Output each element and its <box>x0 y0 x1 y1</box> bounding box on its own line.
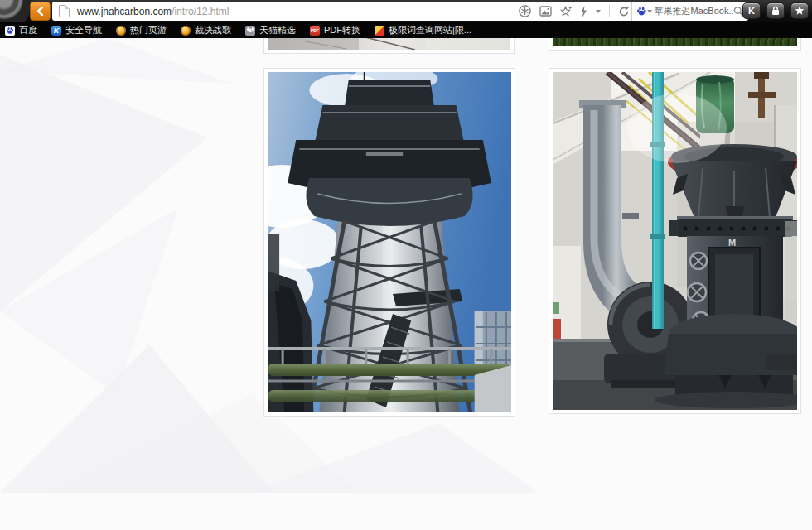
search-engine-caret[interactable] <box>647 10 652 16</box>
browser-chrome: www.jnahcarbon.com/intro/12.html <box>0 0 812 22</box>
tmall-cat-icon <box>245 26 255 36</box>
refresh-icon[interactable] <box>618 6 630 17</box>
tools-dropdown-caret[interactable] <box>596 10 601 16</box>
url-text: www.jnahcarbon.com/intro/12.html <box>77 6 229 17</box>
search-box[interactable]: 苹果推迟MacBook... <box>631 2 748 21</box>
bookmark-label: 极限词查询网站|限... <box>389 24 471 36</box>
web-page-content: M <box>0 38 812 493</box>
bookmark-baidu[interactable]: 百度 <box>5 24 37 36</box>
favorites-button[interactable] <box>790 2 809 19</box>
url-path: /intro/12.html <box>172 6 229 17</box>
gallery-photo-tower[interactable] <box>263 68 515 417</box>
divider <box>609 5 610 17</box>
bookmark-label: 安全导航 <box>65 24 102 36</box>
baidu-paw-icon[interactable] <box>636 6 647 17</box>
search-query: 苹果推迟MacBook... <box>655 5 734 17</box>
pdf-badge-icon: PDF <box>310 26 320 36</box>
gallery-photo-mill[interactable]: M <box>549 68 801 414</box>
svg-text:M: M <box>728 238 736 248</box>
lock-button[interactable] <box>766 2 785 19</box>
bookmark-label: PDF转换 <box>324 24 360 36</box>
star-icon <box>795 6 805 16</box>
bookmark-tmall[interactable]: 天猫精选 <box>245 24 296 36</box>
red-yellow-flag-icon <box>375 26 384 36</box>
chrome-buttons: K <box>742 2 809 19</box>
bookmark-label: 百度 <box>19 24 37 36</box>
lock-icon <box>771 6 780 16</box>
bookmark-caijue[interactable]: 裁决战歌 <box>181 24 231 36</box>
address-bar-tools <box>519 5 631 17</box>
fan-circle-icon[interactable] <box>519 5 531 17</box>
address-bar[interactable]: www.jnahcarbon.com/intro/12.html <box>52 2 748 21</box>
raymond-mill-photo: M <box>553 72 797 410</box>
gold-coin-icon <box>116 26 126 36</box>
image-icon[interactable] <box>539 6 552 17</box>
bookmark-safe-nav[interactable]: K 安全导航 <box>51 24 102 36</box>
desulfurization-tower-photo <box>268 72 511 412</box>
gallery-photo-partial-1[interactable] <box>263 38 515 54</box>
lightning-icon[interactable] <box>580 6 587 17</box>
star-sparkle-icon[interactable] <box>560 6 572 17</box>
grass-field-partial-photo <box>553 38 797 46</box>
gold-coin-icon <box>181 26 191 36</box>
bookmark-label: 天猫精选 <box>259 24 296 36</box>
bookmark-limit-words[interactable]: 极限词查询网站|限... <box>375 24 471 36</box>
bookmark-pdf[interactable]: PDF PDF转换 <box>310 24 360 36</box>
url-host: www.jnahcarbon.com <box>77 6 172 17</box>
baidu-paw-icon <box>5 26 15 36</box>
bookmark-hot-games[interactable]: 热门页游 <box>116 24 167 36</box>
gallery-photo-partial-2[interactable] <box>549 38 801 51</box>
page-favicon-icon <box>59 5 70 17</box>
k-button[interactable]: K <box>742 2 761 19</box>
bookmark-label: 裁决战歌 <box>195 24 231 36</box>
bookmark-label: 热门页游 <box>130 24 167 36</box>
bookmarks-bar: 百度 K 安全导航 热门页游 裁决战歌 天猫精选 PDF <box>0 22 812 38</box>
factory-detail-partial-photo <box>268 38 510 50</box>
back-button[interactable] <box>30 2 51 21</box>
k-shield-icon: K <box>51 26 61 36</box>
browser-window: www.jnahcarbon.com/intro/12.html <box>0 0 812 530</box>
chevron-left-icon <box>36 7 44 16</box>
